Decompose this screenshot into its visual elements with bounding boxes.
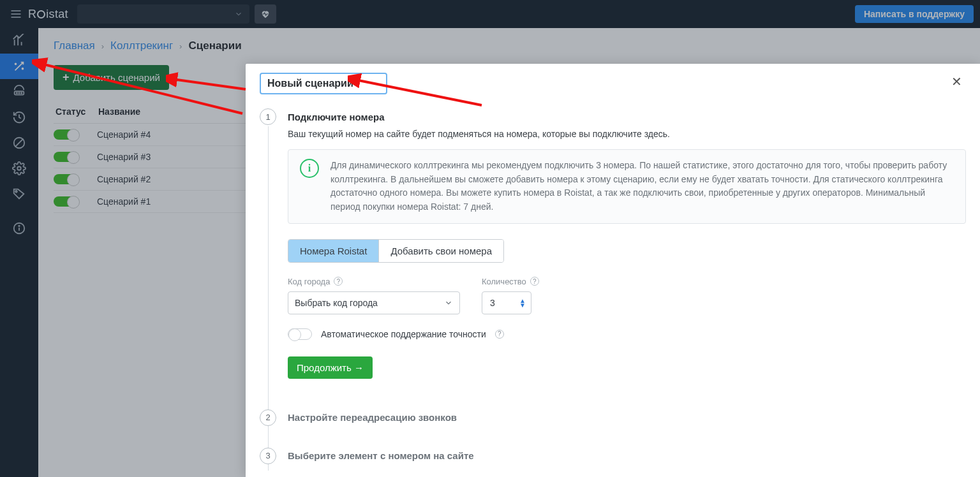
step-number-1: 1 [260,108,276,125]
scenario-modal: ✕ 1 Подключите номера Ваш текущий номер … [246,64,980,477]
help-icon[interactable]: ? [530,277,539,286]
step3-title: Выберите элемент с номером на сайте [288,450,474,461]
city-code-label: Код города ? [288,277,460,286]
steps-container: 1 Подключите номера Ваш текущий номер на… [260,108,966,477]
number-source-tabs: Номера Roistat Добавить свои номера [288,239,504,263]
quantity-label: Количество ? [482,277,539,286]
city-code-field: Код города ? Выбрать код города [288,277,460,314]
help-icon[interactable]: ? [334,277,343,286]
quantity-stepper[interactable]: 3 ▲▼ [482,291,531,314]
step-number-3: 3 [260,448,276,464]
city-code-select[interactable]: Выбрать код города [288,291,460,314]
step-number-2: 2 [260,409,276,426]
info-panel: i Для динамического коллтрекинга мы реко… [288,149,966,224]
step2-title: Настройте переадресацию звонков [288,412,457,423]
info-icon: i [300,159,319,178]
step1-title: Подключите номера [288,112,384,122]
quantity-value: 3 [490,298,495,308]
chevron-down-icon [444,298,453,307]
tab-own-numbers[interactable]: Добавить свои номера [378,240,503,262]
number-form-row: Код города ? Выбрать код города Количест… [288,277,966,314]
auto-accuracy-toggle[interactable] [288,328,312,340]
step2-header[interactable]: 2 Настройте переадресацию звонков [260,409,966,426]
auto-accuracy-row: Автоматическое поддержание точности ? [288,328,966,340]
auto-accuracy-label: Автоматическое поддержание точности [321,329,486,339]
modal-header: ✕ [260,73,966,94]
quantity-field: Количество ? 3 ▲▼ [482,277,539,314]
scenario-title-input[interactable] [260,73,387,94]
step1-body: Ваш текущий номер на сайте будет подменя… [288,129,966,379]
info-text: Для динамического коллтрекинга мы рекоме… [330,159,954,214]
spinner-arrows-icon[interactable]: ▲▼ [519,298,526,307]
step3-header[interactable]: 3 Выберите элемент с номером на сайте [260,448,966,464]
tab-roistat-numbers[interactable]: Номера Roistat [288,240,378,262]
city-code-placeholder: Выбрать код города [295,298,378,308]
continue-button[interactable]: Продолжить → [288,356,373,379]
step1-header: 1 Подключите номера [260,108,966,125]
close-icon[interactable]: ✕ [947,73,966,91]
step1-subtitle: Ваш текущий номер на сайте будет подменя… [288,129,966,139]
help-icon[interactable]: ? [495,330,504,339]
